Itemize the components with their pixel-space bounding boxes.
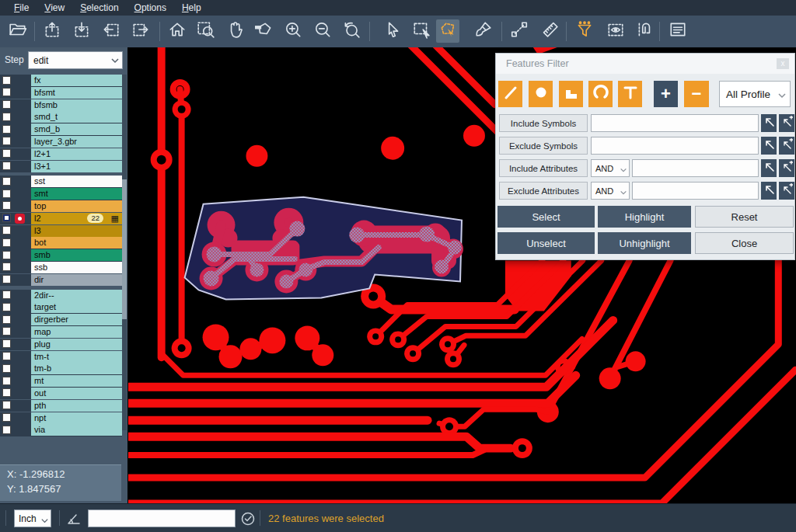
- layer-checkbox[interactable]: [2, 100, 11, 109]
- units-dropdown[interactable]: Inch: [14, 509, 51, 527]
- layer-checkbox[interactable]: [2, 201, 11, 210]
- exclude-symbols-field[interactable]: [591, 137, 759, 155]
- layer-name[interactable]: top: [31, 200, 122, 212]
- layer-name[interactable]: bot: [31, 237, 122, 249]
- layer-name[interactable]: l222▦: [31, 213, 122, 224]
- features-filter-button[interactable]: [573, 19, 596, 43]
- layer-row-smd_t[interactable]: smd_t: [0, 111, 122, 123]
- exclude-attributes-field[interactable]: [632, 182, 759, 200]
- menu-help[interactable]: Help: [174, 0, 209, 16]
- layer-name[interactable]: mt: [31, 375, 122, 387]
- layer-indicator[interactable]: [15, 290, 25, 301]
- layer-checkbox[interactable]: [2, 190, 11, 198]
- include-symbols-field[interactable]: [591, 114, 759, 132]
- layer-name[interactable]: dirgerber: [31, 314, 122, 325]
- filter-type-pad-button[interactable]: [529, 81, 553, 107]
- close-button[interactable]: Close: [695, 232, 794, 254]
- pick-add-symbol-button[interactable]: [779, 137, 794, 155]
- layer-indicator[interactable]: [15, 189, 25, 199]
- layer-row-bot[interactable]: bot: [0, 237, 122, 249]
- layer-row-plug[interactable]: plug: [0, 339, 122, 351]
- layer-name[interactable]: bfsmb: [31, 99, 122, 111]
- layer-indicator[interactable]: [15, 201, 25, 211]
- layer-checkbox[interactable]: [2, 388, 11, 397]
- layer-indicator[interactable]: [15, 100, 25, 110]
- layer-checkbox[interactable]: [2, 251, 11, 259]
- exclude-attributes-operator[interactable]: AND: [591, 182, 630, 200]
- layer-row-ssb[interactable]: ssb: [0, 262, 122, 274]
- layer-indicator[interactable]: [15, 327, 25, 337]
- step-dropdown[interactable]: edit: [28, 51, 123, 69]
- layer-checkbox[interactable]: [2, 214, 11, 222]
- menu-selection[interactable]: Selection: [72, 0, 126, 16]
- layer-checkbox[interactable]: [2, 303, 11, 311]
- layer-row-bfsmt[interactable]: bfsmt: [0, 87, 122, 99]
- layer-indicator[interactable]: [15, 162, 25, 172]
- layer-indicator[interactable]: [15, 401, 25, 411]
- pick-symbol-button[interactable]: [761, 137, 777, 155]
- layer-row-smb[interactable]: smb: [0, 249, 122, 262]
- layer-indicator[interactable]: [15, 363, 25, 374]
- open-folder-button[interactable]: [6, 19, 30, 43]
- layer-row-mt[interactable]: mt: [0, 375, 122, 388]
- layer-name[interactable]: fx: [31, 75, 122, 86]
- layer-checkbox[interactable]: [2, 413, 11, 422]
- layer-indicator[interactable]: [15, 263, 25, 273]
- layer-indicator[interactable]: [15, 137, 25, 147]
- pan-left-button[interactable]: [100, 19, 123, 43]
- layer-row-tm-b[interactable]: tm-b: [0, 363, 122, 375]
- angle-measure-icon[interactable]: [65, 510, 82, 527]
- layer-indicator[interactable]: [15, 339, 25, 349]
- filter-type-surface-button[interactable]: [559, 81, 583, 107]
- select-pointer-button[interactable]: [381, 19, 404, 43]
- layer-indicator[interactable]: [15, 388, 25, 398]
- layer-name[interactable]: via: [31, 424, 122, 436]
- scrollbar-thumb[interactable]: [122, 179, 127, 319]
- layer-row-pth[interactable]: pth: [0, 400, 122, 412]
- include-attributes-operator[interactable]: AND: [591, 159, 630, 177]
- exclude-attributes-button[interactable]: Exclude Attributes: [499, 182, 588, 200]
- layer-indicator[interactable]: [15, 112, 25, 122]
- layer-row-sst[interactable]: sst: [0, 176, 122, 188]
- layer-indicator[interactable]: [15, 425, 25, 435]
- select-polygon-button[interactable]: [436, 19, 459, 43]
- layer-indicator[interactable]: [15, 149, 25, 159]
- profile-dropdown[interactable]: All Profile: [719, 81, 791, 107]
- layer-row-smt[interactable]: smt: [0, 188, 122, 200]
- pick-add-symbol-button[interactable]: [779, 114, 794, 132]
- layer-checkbox[interactable]: [2, 263, 11, 271]
- home-view-button[interactable]: [166, 19, 189, 43]
- layer-indicator[interactable]: [15, 352, 25, 362]
- layer-indicator[interactable]: [15, 275, 25, 285]
- layer-row-tm-t[interactable]: tm-t: [0, 351, 122, 363]
- active-layer-indicator[interactable]: [15, 214, 25, 224]
- pick-symbol-button[interactable]: [761, 114, 777, 132]
- layer-indicator[interactable]: [15, 302, 25, 312]
- layer-scrollbar[interactable]: [122, 75, 127, 430]
- menu-file[interactable]: File: [6, 0, 37, 16]
- layer-indicator[interactable]: [15, 315, 25, 325]
- close-icon[interactable]: x: [777, 58, 789, 69]
- snap-button[interactable]: [634, 19, 657, 43]
- reset-button[interactable]: Reset: [695, 206, 794, 228]
- select-rectangle-button[interactable]: [410, 19, 433, 43]
- layer-name[interactable]: l3: [31, 225, 122, 237]
- pan-right-button[interactable]: [129, 19, 152, 43]
- include-attributes-button[interactable]: Include Attributes: [499, 159, 588, 177]
- zoom-polygon-button[interactable]: [253, 19, 276, 43]
- measure-distance-button[interactable]: [508, 19, 531, 43]
- select-button[interactable]: Select: [498, 206, 595, 228]
- include-symbols-button[interactable]: Include Symbols: [499, 114, 588, 132]
- exclude-symbols-button[interactable]: Exclude Symbols: [499, 137, 588, 155]
- layer-checkbox[interactable]: [2, 364, 11, 373]
- layer-row-map[interactable]: map: [0, 326, 122, 339]
- layer-indicator[interactable]: [15, 250, 25, 260]
- layer-row-dir[interactable]: dir: [0, 274, 122, 287]
- layer-checkbox[interactable]: [2, 426, 11, 434]
- layer-name[interactable]: npt: [31, 412, 122, 424]
- layer-checkbox[interactable]: [2, 327, 11, 336]
- layer-name[interactable]: tm-t: [31, 351, 122, 363]
- layer-checkbox[interactable]: [2, 149, 11, 158]
- layer-row-top[interactable]: top: [0, 200, 122, 213]
- layer-checkbox[interactable]: [2, 315, 11, 324]
